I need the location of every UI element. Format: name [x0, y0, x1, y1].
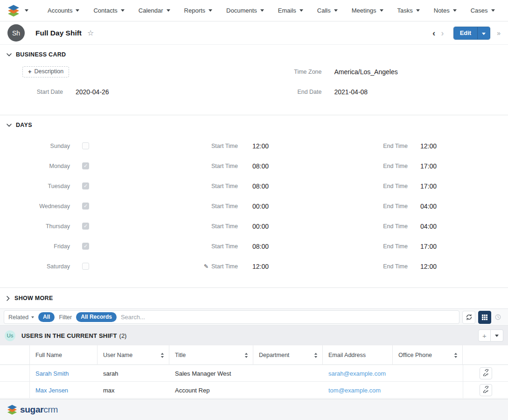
table-header-actions-cell: [463, 345, 508, 365]
related-all-badge[interactable]: All: [38, 312, 55, 322]
chevron-down-icon: [167, 9, 170, 12]
business-card-section-toggle[interactable]: BUSINESS CARD: [0, 45, 508, 59]
end-time-value[interactable]: 17:00: [408, 243, 508, 250]
column-header-title[interactable]: Title: [169, 345, 253, 365]
start-time-value[interactable]: 00:00: [238, 203, 331, 210]
timeline-view-button[interactable]: [491, 311, 504, 324]
end-time-value[interactable]: 17:00: [408, 182, 508, 190]
record-avatar: Sh: [7, 24, 25, 42]
day-checkbox[interactable]: ✓: [82, 203, 89, 210]
row-actions-cell: [463, 365, 508, 382]
start-time-value[interactable]: 08:00: [238, 243, 331, 250]
add-description-label: Description: [35, 68, 64, 75]
start-time-value[interactable]: 12:00: [238, 263, 331, 270]
day-checkbox[interactable]: ✓: [82, 182, 89, 189]
end-time-value[interactable]: 04:00: [408, 203, 508, 210]
record-header-actions: ‹ › Edit »: [430, 27, 501, 40]
column-header-department[interactable]: Department: [253, 345, 323, 365]
nav-item-emails[interactable]: Emails: [271, 7, 310, 14]
unlink-button[interactable]: [480, 384, 492, 396]
days-section-toggle[interactable]: DAYS: [0, 115, 508, 129]
chevron-down-icon: [491, 9, 495, 12]
business-card-section: BUSINESS CARD + Description Time Zone Am…: [0, 45, 508, 115]
nav-item-calendar[interactable]: Calendar: [132, 7, 177, 14]
section-title: BUSINESS CARD: [16, 51, 66, 58]
expand-drawer-icon[interactable]: »: [497, 29, 501, 37]
edit-button[interactable]: Edit: [454, 27, 478, 39]
nav-item-documents[interactable]: Documents: [219, 7, 271, 14]
grid-view-button[interactable]: [478, 311, 491, 324]
nav-item-product-catalog[interactable]: Product Catalog: [502, 7, 508, 14]
chevron-down-icon: [31, 316, 34, 318]
all-records-badge[interactable]: All Records: [76, 312, 117, 322]
email-link[interactable]: tom@example.com: [328, 387, 381, 394]
add-description-button[interactable]: + Description: [22, 66, 69, 77]
field-value[interactable]: 2020-04-26: [76, 88, 109, 96]
full-name-link[interactable]: Sarah Smith: [35, 370, 69, 377]
filter-label[interactable]: Filter: [59, 314, 72, 321]
home-logo-menu[interactable]: [6, 5, 32, 17]
nav-item-cases[interactable]: Cases: [464, 7, 502, 14]
nav-item-label: Calendar: [139, 7, 163, 14]
related-dropdown[interactable]: Related: [8, 314, 34, 321]
nav-item-notes[interactable]: Notes: [427, 7, 464, 14]
favorite-star-icon[interactable]: ☆: [87, 28, 94, 37]
day-checkbox[interactable]: ✓: [82, 223, 89, 230]
column-header-office-phone[interactable]: Office Phone: [393, 345, 463, 365]
chevron-down-icon: [334, 9, 338, 12]
unlink-button[interactable]: [480, 367, 492, 379]
users-panel-header: Us USERS IN THE CURRENT SHIFT (2) +: [0, 326, 508, 345]
day-row-friday: Friday✓Start Time08:00End Time17:00: [0, 236, 508, 256]
sort-icon: [314, 353, 318, 358]
start-time-value[interactable]: 08:00: [238, 162, 331, 170]
day-rows: SundayStart Time12:00End Time12:00Monday…: [0, 136, 508, 276]
field-value[interactable]: America/Los_Angeles: [334, 68, 398, 76]
sort-icon: [160, 353, 164, 358]
day-checkbox[interactable]: ✓: [82, 243, 89, 250]
edit-dropdown-button[interactable]: [477, 27, 490, 39]
end-time-label: End Time: [331, 203, 408, 210]
title-cell: Account Rep: [169, 382, 253, 399]
sugarcrm-footer-logo[interactable]: sugarcrm: [7, 405, 58, 415]
business-card-fields: + Description Time Zone America/Los_Ange…: [0, 62, 508, 102]
nav-item-tasks[interactable]: Tasks: [390, 7, 427, 14]
show-more-label: SHOW MORE: [14, 295, 53, 301]
end-time-value[interactable]: 04:00: [408, 223, 508, 230]
user-name-cell: max: [97, 382, 169, 399]
end-time-value[interactable]: 12:00: [408, 263, 508, 270]
nav-item-contacts[interactable]: Contacts: [86, 7, 131, 14]
end-time-value[interactable]: 17:00: [408, 162, 508, 170]
day-checkbox[interactable]: [82, 263, 89, 270]
chevron-down-icon: [260, 9, 264, 12]
start-time-value[interactable]: 00:00: [238, 223, 331, 230]
full-name-link[interactable]: Max Jensen: [35, 387, 68, 394]
column-header-user-name[interactable]: User Name: [97, 345, 169, 365]
refresh-button[interactable]: [462, 311, 475, 324]
nav-item-meetings[interactable]: Meetings: [345, 7, 390, 14]
end-date-field: End Date 2021-04-08: [254, 82, 508, 102]
search-input[interactable]: [121, 314, 455, 321]
panel-record-count: (2): [119, 332, 127, 339]
row-actions-cell: [463, 382, 508, 399]
email-cell: tom@example.com: [323, 382, 393, 399]
show-more-toggle[interactable]: SHOW MORE: [0, 287, 508, 308]
day-label: Thursday: [0, 223, 70, 230]
panel-dropdown-button[interactable]: [491, 329, 503, 342]
add-user-button[interactable]: +: [478, 329, 491, 342]
next-record-button[interactable]: ›: [438, 28, 446, 38]
plus-icon: +: [28, 68, 32, 75]
email-link[interactable]: sarah@example.com: [328, 370, 386, 377]
start-time-value[interactable]: 12:00: [238, 142, 331, 150]
previous-record-button[interactable]: ‹: [430, 28, 438, 38]
end-time-value[interactable]: 12:00: [408, 142, 508, 150]
nav-item-reports[interactable]: Reports: [177, 7, 220, 14]
clock-icon: [494, 314, 501, 321]
day-checkbox[interactable]: [82, 142, 89, 149]
panel-title: USERS IN THE CURRENT SHIFT: [21, 332, 117, 339]
field-value[interactable]: 2021-04-08: [334, 88, 368, 96]
start-time-value[interactable]: 08:00: [238, 182, 331, 190]
nav-item-calls[interactable]: Calls: [310, 7, 345, 14]
nav-item-label: Contacts: [93, 7, 117, 14]
day-checkbox[interactable]: ✓: [82, 162, 89, 169]
nav-item-accounts[interactable]: Accounts: [41, 7, 86, 14]
